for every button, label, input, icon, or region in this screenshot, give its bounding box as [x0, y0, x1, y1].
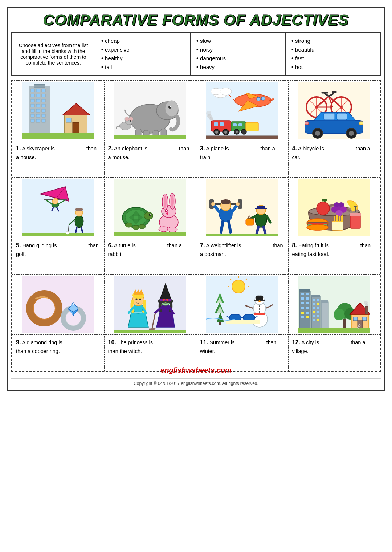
svg-point-247 — [259, 308, 260, 310]
svg-rect-93 — [324, 113, 335, 120]
text-area-6: 6. A turtle is than a rabbit. — [105, 238, 196, 274]
svg-rect-3 — [31, 89, 34, 92]
exercise-num-8: 8. — [292, 242, 297, 248]
svg-line-173 — [264, 227, 265, 234]
svg-point-65 — [241, 129, 246, 134]
blank-9[interactable] — [65, 338, 92, 347]
svg-rect-270 — [299, 291, 310, 329]
svg-rect-9 — [31, 99, 34, 102]
blank-10[interactable] — [155, 338, 182, 347]
svg-rect-166 — [255, 208, 267, 209]
text-area-10: 10. The princess is than the witch. — [105, 334, 196, 371]
exercise-text-before-5: Hang gliding is — [22, 243, 58, 248]
svg-point-190 — [354, 206, 357, 207]
svg-point-244 — [260, 298, 262, 300]
svg-rect-10 — [36, 99, 40, 102]
page-title: COMPARATIVE FORMS OF ADJECTIVES — [11, 11, 381, 29]
svg-rect-21 — [31, 119, 34, 122]
word-item: fast — [291, 54, 374, 63]
exercise-num-4: 4. — [292, 145, 297, 151]
svg-rect-13 — [36, 104, 40, 107]
svg-point-98 — [349, 131, 354, 136]
svg-rect-277 — [306, 302, 309, 304]
svg-point-195 — [307, 224, 328, 230]
svg-rect-169 — [246, 219, 254, 225]
svg-rect-216 — [134, 292, 143, 295]
svg-rect-26 — [73, 122, 79, 133]
blank-8[interactable] — [331, 241, 358, 250]
svg-rect-254 — [219, 322, 221, 325]
svg-rect-196 — [332, 221, 343, 230]
exercise-text-after-10: than the witch. — [108, 348, 142, 354]
svg-point-68 — [206, 111, 211, 116]
svg-rect-275 — [306, 297, 309, 300]
svg-point-257 — [232, 280, 245, 293]
svg-rect-8 — [42, 94, 45, 97]
svg-point-96 — [315, 131, 320, 136]
image-skyscraper-house — [22, 82, 94, 139]
image-area-10 — [105, 275, 196, 334]
word-item: slow — [196, 37, 279, 45]
svg-point-246 — [259, 305, 260, 307]
svg-rect-272 — [301, 293, 304, 295]
exercise-num-7: 7. — [200, 242, 205, 248]
image-area-11 — [196, 275, 288, 334]
exercise-text-before-7: A weightlifter is — [206, 243, 243, 248]
exercise-num-9: 9. — [16, 339, 21, 345]
word-item: expensive — [101, 45, 184, 54]
svg-rect-2 — [34, 84, 45, 87]
svg-rect-23 — [42, 119, 45, 122]
svg-rect-278 — [301, 307, 304, 309]
svg-rect-312 — [298, 328, 370, 333]
svg-point-141 — [171, 195, 174, 208]
svg-point-60 — [215, 131, 218, 134]
text-area-3: 3. A plane is than a train. — [196, 141, 288, 177]
svg-rect-280 — [301, 312, 304, 314]
blank-1[interactable] — [57, 144, 84, 153]
exercise-cell-1: 1. A skycraper is than a house. — [12, 80, 104, 177]
blank-11[interactable] — [237, 338, 264, 347]
word-item: noisy — [196, 45, 279, 54]
blank-2[interactable] — [150, 144, 177, 153]
svg-point-160 — [236, 202, 240, 206]
svg-rect-11 — [42, 99, 45, 102]
svg-rect-289 — [317, 303, 319, 305]
svg-rect-284 — [311, 296, 320, 329]
svg-point-41 — [125, 117, 129, 121]
blank-6[interactable] — [138, 241, 165, 250]
text-area-7: 7. A weightlifter is than a postman. — [196, 238, 288, 274]
svg-rect-94 — [337, 113, 347, 120]
blank-3[interactable] — [231, 144, 258, 153]
exercise-num-1: 1. — [16, 145, 21, 151]
exercise-cell-9: 9. A diamond ring is than a copper ring. — [12, 274, 104, 371]
image-bicycle-car — [298, 82, 370, 139]
exercise-text-before-8: Eating fruit is — [298, 243, 330, 248]
blank-7[interactable] — [243, 241, 270, 250]
exercise-text-before-6: A turtle is — [114, 243, 137, 248]
svg-point-133 — [125, 223, 132, 227]
svg-point-107 — [52, 198, 58, 204]
svg-rect-44 — [114, 135, 186, 139]
instructions: Choose adjectives from the list and fill… — [12, 33, 95, 75]
word-item: hot — [291, 63, 374, 72]
svg-rect-198 — [336, 215, 338, 222]
svg-rect-19 — [36, 114, 40, 117]
svg-point-302 — [334, 309, 345, 320]
svg-point-131 — [149, 214, 151, 216]
svg-point-220 — [136, 299, 138, 300]
exercise-cell-6: 6. A turtle is than a rabbit. — [104, 177, 196, 274]
blank-4[interactable] — [326, 144, 354, 153]
svg-rect-211 — [114, 276, 186, 333]
svg-rect-16 — [36, 109, 40, 112]
svg-rect-290 — [313, 307, 315, 309]
blank-5[interactable] — [59, 241, 86, 250]
svg-rect-306 — [353, 317, 358, 321]
svg-rect-296 — [313, 319, 315, 321]
svg-point-34 — [170, 106, 171, 107]
svg-rect-4 — [36, 89, 40, 92]
exercise-text-before-12: A city is — [301, 340, 320, 345]
svg-rect-115 — [76, 208, 82, 210]
exercise-text-before-2: An elephant is — [114, 146, 149, 151]
blank-12[interactable] — [321, 338, 348, 347]
svg-rect-274 — [301, 297, 304, 300]
